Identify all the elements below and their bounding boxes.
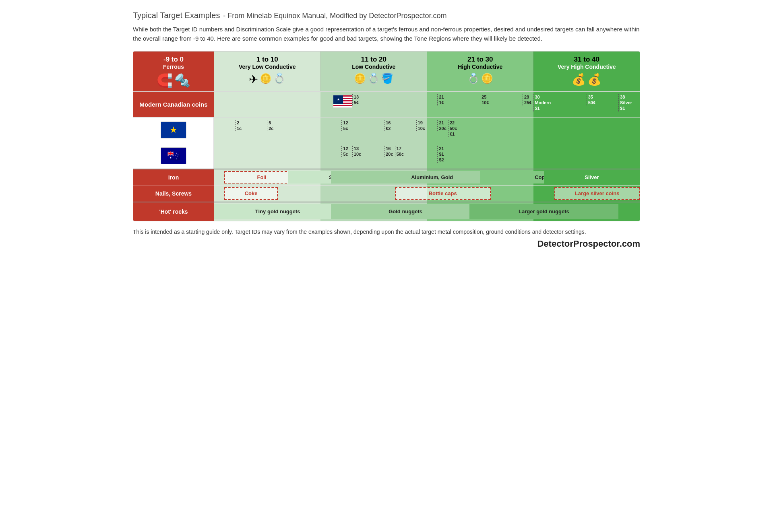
aussie-coins-area: 12 5c 13 10c 16 20c 17 50c 21 $1 $2 bbox=[214, 143, 640, 169]
header-row: -9 to 0 Ferrous 🧲 🔩 1 to 10 Very Low Con… bbox=[133, 52, 640, 91]
canadian-label: Modern Canadian coins bbox=[133, 92, 214, 117]
good-materials-row: Foil Small hammered coins Aluminium, Gol… bbox=[214, 169, 640, 186]
band-vlc-au bbox=[214, 143, 320, 169]
coke-block: Coke bbox=[224, 187, 277, 200]
large-silver-coins-block: Large silver coins bbox=[554, 187, 640, 200]
ring-hc-icon: 💍 bbox=[467, 73, 480, 84]
au-coin-13: 13 10c bbox=[352, 146, 361, 157]
euro-coin-5: 5 2c bbox=[267, 120, 273, 132]
canadian-coin-30: 30 Modern $1 bbox=[533, 94, 551, 111]
page-title: Typical Target Examples - From Minelab E… bbox=[133, 8, 640, 21]
header-vlc: 1 to 10 Very Low Conductive ✈ 🪙 💍 bbox=[214, 52, 320, 91]
plane-icon: ✈ bbox=[249, 73, 258, 86]
hc-icons: 💍 🪙 bbox=[467, 73, 493, 84]
hc-range: 21 to 30 bbox=[467, 56, 493, 64]
eu-flag-cell: ★ bbox=[133, 118, 214, 143]
footer-brand: DetectorProspector.com bbox=[133, 239, 640, 249]
us-flag-area bbox=[333, 95, 352, 108]
header-vhc: 31 to 40 Very High Conductive 💰 💰 bbox=[533, 52, 640, 91]
euro-coins-area: 2 1c 5 2c 12 5c 16 €2 19 10c bbox=[214, 118, 640, 143]
tiny-gold-block: Tiny gold nuggets bbox=[214, 204, 341, 219]
euro-coin-22: 22 50c €1 bbox=[448, 120, 457, 137]
vlc-icons: ✈ 🪙 💍 bbox=[249, 73, 285, 86]
nails-label: Nails, Screws bbox=[133, 186, 214, 202]
canadian-coin-13: 13 5¢ bbox=[352, 94, 359, 106]
vlc-range: 1 to 10 bbox=[256, 56, 278, 64]
header-hc: 21 to 30 High Conductive 💍 🪙 bbox=[427, 52, 533, 91]
band-vlc-canadian bbox=[214, 92, 320, 117]
ferrous-type: Ferrous bbox=[163, 64, 184, 70]
canadian-coin-38: 38 Silver $1 bbox=[618, 94, 632, 111]
gold-data-area: Tiny gold nuggets Gold nuggets Larger go… bbox=[214, 202, 640, 221]
canadian-coin-25: 25 10¢ bbox=[480, 94, 489, 106]
canadian-coin-21: 21 1¢ bbox=[437, 94, 444, 106]
main-chart: -9 to 0 Ferrous 🧲 🔩 1 to 10 Very Low Con… bbox=[133, 51, 640, 221]
bottle-caps-block: Bottle caps bbox=[395, 187, 491, 200]
gold-row: 'Hot' rocks Tiny gold nuggets Gold nugge… bbox=[133, 202, 640, 221]
euro-coin-12: 12 5c bbox=[341, 120, 348, 132]
hot-rocks-label: 'Hot' rocks bbox=[133, 202, 214, 221]
euro-coin-16: 16 €2 bbox=[384, 120, 391, 132]
bucket-icon: 🪣 bbox=[381, 73, 393, 84]
au-flag-cell: 🇦🇺 bbox=[133, 143, 214, 169]
hc-type: High Conductive bbox=[458, 64, 502, 70]
lc-icons: 🪙 💍 🪣 bbox=[354, 73, 393, 84]
coin-vlc-icon: 🪙 bbox=[260, 73, 272, 86]
horseshoe-icon: 🧲 bbox=[157, 73, 173, 88]
header-lc: 11 to 20 Low Conductive 🪙 💍 🪣 bbox=[320, 52, 427, 91]
au-coin-16: 16 20c bbox=[384, 146, 393, 157]
band-lc-au bbox=[320, 143, 427, 169]
au-flag: 🇦🇺 bbox=[161, 147, 186, 164]
dollar-coin2-icon: 💰 bbox=[587, 73, 601, 86]
intro-text: While both the Target ID numbers and Dis… bbox=[133, 25, 640, 43]
euro-row: ★ 2 1c 5 2c 12 5c 16 bbox=[133, 117, 640, 143]
dollar-coin1-icon: 💰 bbox=[572, 73, 586, 86]
au-coin-17: 17 50c bbox=[395, 146, 404, 157]
ferrous-icons: 🧲 🔩 bbox=[157, 73, 190, 88]
bad-materials-row: Coke Bottle caps Large silver coins bbox=[214, 186, 640, 202]
title-sub: - From Minelab Equinox Manual, Modified … bbox=[223, 12, 446, 20]
vhc-type: Very High Conductive bbox=[558, 64, 616, 70]
vlc-type: Very Low Conductive bbox=[239, 64, 296, 70]
coin-hc-icon: 🪙 bbox=[481, 73, 493, 84]
mat-labels: Iron Nails, Screws bbox=[133, 169, 214, 202]
au-coin-21: 21 $1 $2 bbox=[437, 146, 444, 163]
iron-label: Iron bbox=[133, 169, 214, 186]
euro-coin-2: 2 1c bbox=[235, 120, 242, 132]
ring-lc-icon: 💍 bbox=[368, 73, 380, 84]
band-lc-euro bbox=[320, 118, 427, 143]
au-coin-12: 12 5c bbox=[341, 146, 348, 157]
canadian-row: Modern Canadian coins 13 5¢ 21 1¢ bbox=[133, 91, 640, 117]
mat-data-area: Foil Small hammered coins Aluminium, Gol… bbox=[214, 169, 640, 202]
coin-lc-icon: 🪙 bbox=[354, 73, 366, 84]
euro-coin-19: 19 10c bbox=[416, 120, 425, 132]
band-vhc-euro bbox=[533, 118, 640, 143]
ring-vlc-icon: 💍 bbox=[273, 73, 285, 86]
header-ferrous: -9 to 0 Ferrous 🧲 🔩 bbox=[133, 52, 214, 91]
canadian-coin-29: 29 25¢ bbox=[523, 94, 531, 106]
vhc-icons: 💰 💰 bbox=[572, 73, 601, 86]
lc-type: Low Conductive bbox=[352, 64, 395, 70]
gold-nuggets-block: Gold nuggets bbox=[331, 204, 480, 219]
materials-section: Iron Nails, Screws Foil Small ha bbox=[133, 169, 640, 202]
aussie-row: 🇦🇺 12 5c 13 10c 16 20c 17 bbox=[133, 143, 640, 169]
us-flag bbox=[333, 95, 352, 108]
euro-coin-21: 21 20c bbox=[437, 120, 446, 132]
lc-range: 11 to 20 bbox=[361, 56, 386, 64]
canadian-coins-area: 13 5¢ 21 1¢ 25 10¢ 29 25¢ 30 Modern bbox=[214, 92, 640, 117]
vhc-range: 31 to 40 bbox=[574, 56, 599, 64]
screw-icon: 🔩 bbox=[174, 73, 190, 88]
footer-note: This is intended as a starting guide onl… bbox=[133, 228, 640, 236]
ferrous-range: -9 to 0 bbox=[163, 56, 184, 64]
foil-block: Foil bbox=[224, 171, 299, 184]
band-vhc-au bbox=[533, 143, 640, 169]
canadian-coin-35: 35 50¢ bbox=[587, 94, 595, 106]
larger-gold-block: Larger gold nuggets bbox=[469, 204, 618, 219]
silver-block: Silver bbox=[544, 171, 640, 184]
eu-flag: ★ bbox=[161, 122, 186, 138]
